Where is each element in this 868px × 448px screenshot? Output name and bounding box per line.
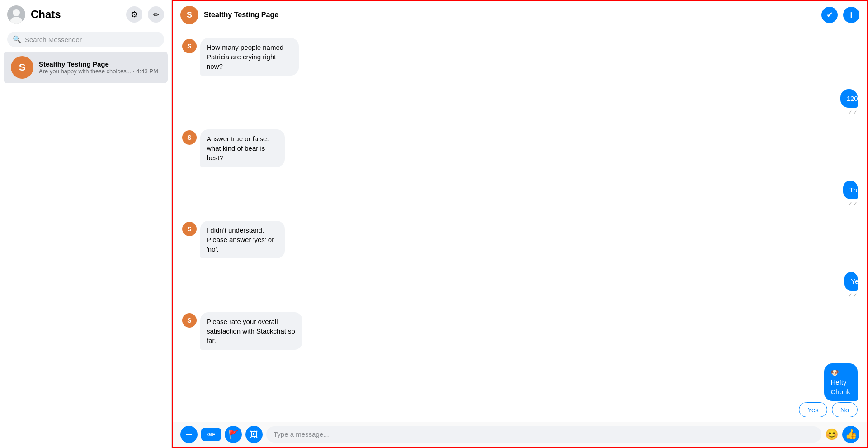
msg-bubble-incoming: How many people named Patricia are cryin… [200, 38, 299, 76]
search-icon: 🔍 [13, 35, 21, 43]
search-input[interactable] [25, 36, 159, 43]
quick-reply-no[interactable]: No [832, 402, 858, 417]
sidebar-header: Chats ⚙ ✏ [0, 0, 171, 29]
chat-item-preview: Are you happy with these choices... · 4:… [39, 68, 160, 75]
gif-button[interactable]: GIF [201, 428, 221, 441]
msg-col: 🐶 Hefty Chonk ✓✓ [797, 363, 858, 402]
msg-col: Answer true or false: what kind of bear … [200, 129, 354, 167]
message-row: 🐶 Hefty Chonk ✓✓ [182, 363, 858, 402]
msg-bubble-incoming: I didn't understand. Please answer 'yes'… [200, 221, 285, 258]
sidebar-title: Chats [31, 8, 121, 21]
msg-bubble-outgoing: 12000 [840, 89, 858, 108]
emoji-button[interactable]: 😊 [825, 428, 839, 441]
message-row: S Answer true or false: what kind of bea… [182, 129, 858, 167]
message-status: ✓✓ [848, 109, 858, 116]
verify-button[interactable]: ✔ [821, 7, 838, 23]
msg-col: How many people named Patricia are cryin… [200, 38, 379, 76]
message-status: ✓✓ [848, 292, 858, 299]
quick-reply-yes[interactable]: Yes [799, 402, 827, 417]
msg-bubble-outgoing: 🐶 Hefty Chonk [824, 363, 858, 401]
info-button[interactable]: i [843, 7, 859, 23]
msg-avatar: S [182, 130, 197, 145]
msg-col: 12000 ✓✓ [826, 89, 858, 116]
msg-bubble-incoming: Please rate your overall satisfaction wi… [200, 312, 302, 350]
msg-bubble-outgoing: Yes [844, 272, 858, 291]
image-button[interactable]: 🖼 [245, 426, 263, 443]
thumbs-up-button[interactable]: 👍 [842, 426, 859, 443]
search-bar: 🔍 [7, 32, 164, 47]
msg-bubble-incoming: Answer true or false: what kind of bear … [200, 129, 285, 167]
msg-avatar: S [182, 222, 197, 236]
msg-avatar: S [182, 39, 197, 53]
msg-col: Yes ✓✓ [834, 272, 858, 299]
message-row: 12000 ✓✓ [182, 89, 858, 116]
message-input-wrap [266, 426, 821, 443]
chat-item-info: Stealthy Testing Page Are you happy with… [39, 60, 160, 75]
message-row: S How many people named Patricia are cry… [182, 38, 858, 76]
sticker-button[interactable]: 🚩 [225, 426, 242, 443]
input-bar: + GIF 🚩 🖼 😊 👍 [173, 422, 867, 447]
quick-replies: Yes No [173, 402, 867, 422]
message-row: S Please rate your overall satisfaction … [182, 312, 858, 350]
svg-point-1 [13, 9, 20, 16]
chat-list: S Stealthy Testing Page Are you happy wi… [0, 52, 171, 83]
msg-avatar: S [182, 313, 197, 328]
settings-button[interactable]: ⚙ [126, 6, 142, 23]
message-row: S I didn't understand. Please answer 'ye… [182, 221, 858, 258]
msg-col: I didn't understand. Please answer 'yes'… [200, 221, 354, 258]
chat-list-item[interactable]: S Stealthy Testing Page Are you happy wi… [4, 52, 168, 83]
main-chat: S Stealthy Testing Page ✔ i S How many p… [172, 0, 868, 448]
sidebar: Chats ⚙ ✏ 🔍 S Stealthy Testing Page Are … [0, 0, 172, 448]
user-avatar [7, 5, 25, 24]
chat-header: S Stealthy Testing Page ✔ i [173, 1, 867, 29]
msg-col: Please rate your overall satisfaction wi… [200, 312, 386, 350]
chat-header-avatar: S [180, 6, 198, 24]
message-input[interactable] [274, 430, 814, 438]
compose-button[interactable]: ✏ [148, 6, 164, 23]
message-row: True ✓✓ [182, 181, 858, 207]
chat-header-name: Stealthy Testing Page [204, 11, 816, 19]
msg-bubble-outgoing: True [843, 181, 858, 199]
plus-button[interactable]: + [180, 426, 198, 443]
messages-area: S How many people named Patricia are cry… [173, 29, 867, 402]
chat-item-name: Stealthy Testing Page [39, 60, 160, 68]
msg-col: True ✓✓ [831, 181, 858, 207]
chat-item-avatar: S [11, 56, 33, 79]
message-status: ✓✓ [848, 200, 858, 207]
message-row: Yes ✓✓ [182, 272, 858, 299]
